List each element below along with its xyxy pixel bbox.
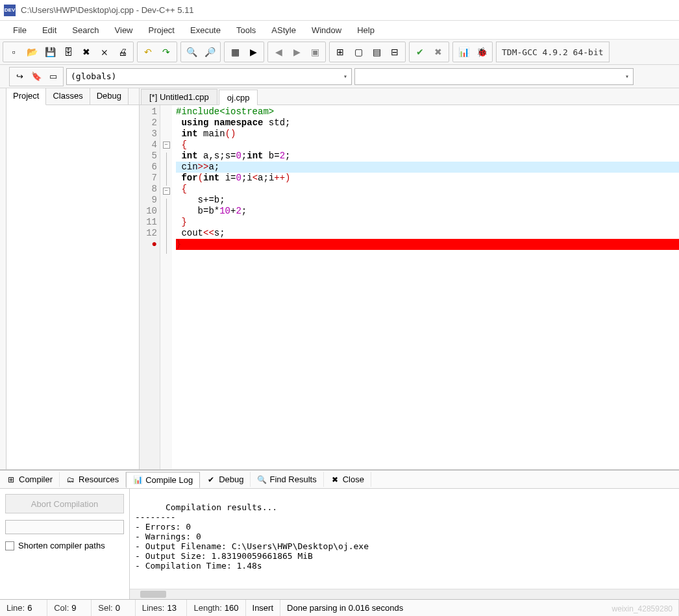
menu-edit[interactable]: Edit (34, 23, 64, 38)
find-icon[interactable]: 🔍 (182, 43, 201, 61)
menu-execute[interactable]: Execute (182, 23, 228, 38)
menu-search[interactable]: Search (64, 23, 106, 38)
line-number[interactable]: 3 (145, 129, 157, 140)
line-number[interactable]: 11 (145, 217, 157, 228)
replace-icon[interactable]: 🔎 (201, 43, 219, 61)
shorten-paths-label: Shorten compiler paths (18, 541, 105, 550)
compile-log-text: Compilation results... -------- - Errors… (135, 502, 369, 571)
line-number[interactable]: 7 (145, 173, 157, 184)
code-line[interactable]: cout<<s; (176, 228, 679, 239)
code-line[interactable]: } (176, 217, 679, 228)
prof-del-icon[interactable]: 🐞 (473, 43, 491, 61)
fold-minus-icon[interactable]: − (163, 142, 170, 149)
menu-tools[interactable]: Tools (228, 23, 264, 38)
menu-window[interactable]: Window (304, 23, 349, 38)
bottom-tab-find-results[interactable]: 🔍Find Results (251, 472, 323, 487)
compile-run-icon[interactable]: ⊞ (331, 43, 349, 61)
save-all-icon[interactable]: 🗄 (59, 43, 77, 61)
secondary-toolbar: ↪ 🔖 ▭ (globals) ▾ ▾ (0, 65, 679, 88)
left-strip (0, 88, 6, 469)
undo-icon[interactable]: ↶ (139, 43, 157, 61)
bottom-tab-debug[interactable]: ✔Debug (200, 472, 251, 487)
fold-minus-icon[interactable]: − (163, 188, 170, 195)
code-line[interactable]: cin>>a; (176, 162, 679, 173)
code-line[interactable]: { (176, 140, 679, 151)
bottom-tab-compiler[interactable]: ⊞Compiler (0, 472, 60, 487)
line-number[interactable]: 8 (145, 184, 157, 195)
compile-log[interactable]: Compilation results... -------- - Errors… (130, 489, 679, 599)
print-icon[interactable]: 🖨 (114, 43, 132, 61)
editor-tab[interactable]: oj.cpp (219, 90, 258, 105)
line-gutter: 123456789101112● (140, 105, 160, 469)
forward-icon[interactable]: ▶ (288, 43, 306, 61)
compile-icon[interactable]: ▦ (226, 43, 244, 61)
code-editor[interactable]: 123456789101112● −− #include<iostream> u… (140, 105, 679, 469)
sb-length-val: 160 (225, 603, 239, 613)
goto-func-icon[interactable]: ↪ (11, 68, 28, 85)
code-line[interactable]: } (176, 239, 679, 250)
code-line[interactable]: b=b*10+2; (176, 206, 679, 217)
menu-help[interactable]: Help (349, 23, 382, 38)
scope-combo[interactable]: (globals) ▾ (66, 68, 352, 85)
bottom-tabs: ⊞Compiler🗂Resources📊Compile Log✔Debug🔍Fi… (0, 471, 679, 489)
close-all-icon[interactable]: ⨯ (95, 43, 114, 61)
line-number[interactable]: 5 (145, 151, 157, 162)
bm-icon[interactable]: ▣ (306, 43, 324, 61)
redo-icon[interactable]: ↷ (157, 43, 175, 61)
bottom-tab-compile-log[interactable]: 📊Compile Log (126, 472, 200, 488)
code-line[interactable]: s+=b; (176, 195, 679, 206)
menu-file[interactable]: File (5, 23, 34, 38)
sidebar-tab-debug[interactable]: Debug (90, 88, 129, 105)
code-line[interactable]: int a,s;s=0;int b=2; (176, 151, 679, 162)
line-number[interactable]: ● (145, 239, 157, 250)
shorten-paths-checkbox[interactable]: Shorten compiler paths (5, 541, 124, 550)
debug-icon[interactable]: ⊟ (386, 43, 404, 61)
line-number[interactable]: 12 (145, 228, 157, 239)
line-number[interactable]: 2 (145, 117, 157, 129)
line-number[interactable]: 4 (145, 140, 157, 151)
code-lines[interactable]: #include<iostream> using namespace std; … (172, 105, 679, 469)
close-icon[interactable]: ✖ (77, 43, 95, 61)
profile-icon[interactable]: 📊 (454, 43, 473, 61)
sb-line-label: Line: (6, 603, 25, 613)
sidebar-tab-project[interactable]: Project (6, 88, 46, 105)
unit-icon[interactable]: ▭ (45, 68, 62, 85)
line-number[interactable]: 6 (145, 162, 157, 173)
save-icon[interactable]: 💾 (41, 43, 59, 61)
sb-sel-label: Sel: (98, 603, 112, 613)
menu-view[interactable]: View (107, 23, 141, 38)
open-icon[interactable]: 📂 (23, 43, 41, 61)
sb-length-label: Length: (193, 603, 221, 613)
new-file-icon[interactable]: ▫ (5, 43, 23, 61)
editor-tab[interactable]: [*] Untitled1.cpp (141, 89, 217, 105)
compiler-selector[interactable]: TDM-GCC 4.9.2 64-bit (496, 42, 610, 62)
abort-compilation-button: Abort Compilation (5, 494, 124, 513)
menu-astyle[interactable]: AStyle (264, 23, 304, 38)
line-number[interactable]: 9 (145, 195, 157, 206)
code-line[interactable]: using namespace std; (176, 117, 679, 129)
sidebar-tab-classes[interactable]: Classes (46, 88, 90, 105)
back-icon[interactable]: ◀ (269, 43, 288, 61)
horizontal-scrollbar[interactable] (130, 589, 679, 599)
menu-project[interactable]: Project (141, 23, 182, 38)
bottom-tab-close[interactable]: ✖Close (324, 472, 371, 487)
run-icon[interactable]: ▶ (244, 43, 262, 61)
statusbar: Line:6 Col:9 Sel:0 Lines:13 Length:160 I… (0, 599, 679, 616)
tab-icon: 🗂 (66, 475, 75, 484)
prj-opts-icon[interactable]: ▤ (367, 43, 386, 61)
line-number[interactable]: 1 (145, 106, 157, 117)
line-number[interactable]: 10 (145, 206, 157, 217)
code-line[interactable]: for(int i=0;i<a;i++) (176, 173, 679, 184)
bottom-tab-resources[interactable]: 🗂Resources (60, 472, 126, 487)
sb-sel-val: 0 (116, 603, 129, 613)
code-line[interactable]: int main() (176, 129, 679, 140)
code-line[interactable]: #include<iostream> (176, 106, 679, 117)
debug-check-icon[interactable]: ✔ (411, 43, 429, 61)
sb-col-val: 9 (71, 603, 84, 613)
bookmark-add-icon[interactable]: 🔖 (28, 68, 45, 85)
rebuild-icon[interactable]: ▢ (349, 43, 367, 61)
code-line[interactable]: { (176, 184, 679, 195)
debug-stop-icon[interactable]: ✖ (429, 43, 447, 61)
fold-column: −− (160, 105, 172, 469)
members-combo[interactable]: ▾ (354, 68, 634, 85)
